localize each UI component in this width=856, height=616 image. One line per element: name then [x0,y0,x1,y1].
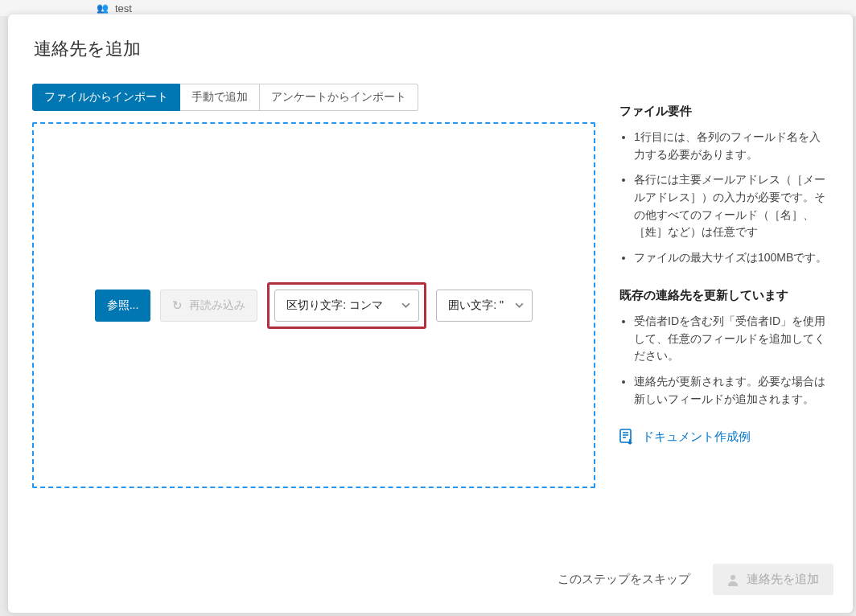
import-panel: ファイルからインポート 手動で追加 アンケートからインポート 参照... ↻ 再 [32,84,595,551]
list-item: 連絡先が更新されます。必要な場合は新しいフィールドが追加されます。 [634,373,829,408]
skip-step-link[interactable]: このステップをスキップ [548,565,700,593]
update-existing-list: 受信者IDを含む列「受信者ID」を使用して、任意のフィールドを追加してください。… [619,313,829,408]
person-add-icon [727,573,740,586]
update-existing-heading: 既存の連絡先を更新しています [619,288,829,303]
browse-button[interactable]: 参照... [95,290,151,322]
people-icon: 👥 [97,2,107,14]
chevron-down-icon [515,299,524,312]
import-tabs: ファイルからインポート 手動で追加 アンケートからインポート [32,84,595,111]
file-requirements-heading: ファイル要件 [619,104,829,119]
tab-import-from-file[interactable]: ファイルからインポート [32,84,180,111]
tab-add-manually[interactable]: 手動で追加 [180,84,260,111]
delimiter-select[interactable]: 区切り文字: コンマ [274,290,419,322]
list-item: 各行には主要メールアドレス（［メールアドレス］）の入力が必要です。その他すべての… [634,171,829,241]
file-dropzone[interactable]: 参照... ↻ 再読み込み 区切り文字: コンマ [32,122,595,488]
tab-import-from-survey[interactable]: アンケートからインポート [260,84,418,111]
list-item: ファイルの最大サイズは100MBです。 [634,249,829,267]
modal-body: ファイルからインポート 手動で追加 アンケートからインポート 参照... ↻ 再 [8,76,853,551]
svg-rect-0 [620,429,631,442]
modal-title: 連絡先を追加 [34,37,827,61]
list-item: 受信者IDを含む列「受信者ID」を使用して、任意のフィールドを追加してください。 [634,313,829,365]
reload-button: ↻ 再読み込み [160,290,257,322]
enclosure-select[interactable]: 囲い文字: " [436,290,533,322]
bg-title: test [115,2,132,14]
modal-header: 連絡先を追加 [8,14,853,76]
file-requirements-list: 1行目には、各列のフィールド名を入力する必要があります。 各行には主要メールアド… [619,129,829,267]
modal-footer: このステップをスキップ 連絡先を追加 [8,551,853,613]
svg-point-1 [730,575,735,580]
dropzone-controls: 参照... ↻ 再読み込み 区切り文字: コンマ [95,282,533,329]
help-sidebar: ファイル要件 1行目には、各列のフィールド名を入力する必要があります。 各行には… [619,84,829,551]
chevron-down-icon [401,299,410,312]
document-example-link[interactable]: ドキュメント作成例 [619,429,829,445]
delimiter-highlight: 区切り文字: コンマ [267,282,426,329]
file-download-icon [619,429,634,445]
add-contacts-modal: 連絡先を追加 ファイルからインポート 手動で追加 アンケートからインポート 参照… [8,14,853,613]
background-window-remnant: 👥 test [0,0,856,16]
add-contacts-button: 連絡先を追加 [713,564,833,595]
reload-icon: ↻ [172,298,183,313]
list-item: 1行目には、各列のフィールド名を入力する必要があります。 [634,129,829,163]
